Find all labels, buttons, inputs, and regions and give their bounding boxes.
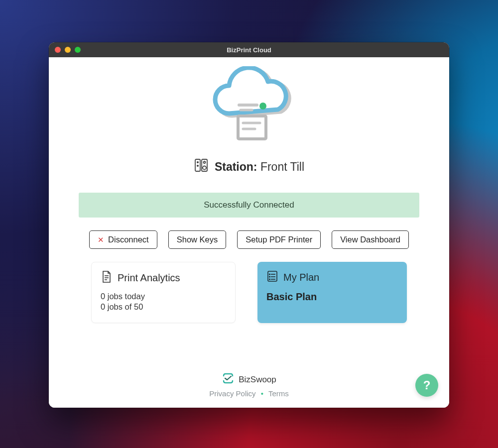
- plan-name: Basic Plan: [266, 291, 398, 303]
- disconnect-button[interactable]: ✕ Disconnect: [89, 230, 157, 249]
- station-name: Front Till: [260, 160, 304, 173]
- bizswoop-logo-icon: [222, 373, 235, 386]
- window-title: BizPrint Cloud: [49, 46, 449, 54]
- station-row: Station: Front Till: [194, 158, 304, 176]
- titlebar: BizPrint Cloud: [49, 42, 449, 57]
- station-label: Station:: [215, 160, 257, 173]
- close-icon: ✕: [98, 235, 104, 244]
- app-window: BizPrint Cloud: [49, 42, 449, 408]
- brand-name: BizSwoop: [239, 375, 276, 385]
- analytics-title: Print Analytics: [118, 272, 180, 284]
- window-controls: [55, 47, 81, 53]
- cloud-printer-icon: [199, 66, 299, 153]
- question-icon: ?: [423, 378, 431, 392]
- privacy-policy-link[interactable]: Privacy Policy: [209, 389, 255, 398]
- brand-row: BizSwoop: [222, 373, 276, 386]
- svg-point-9: [203, 161, 205, 163]
- station-icon: [194, 158, 209, 176]
- footer: BizSwoop Privacy Policy • Terms: [209, 358, 289, 398]
- help-button[interactable]: ?: [415, 374, 438, 397]
- terms-link[interactable]: Terms: [268, 389, 289, 398]
- setup-pdf-printer-button[interactable]: Setup PDF Printer: [237, 230, 321, 249]
- fullscreen-window-button[interactable]: [75, 47, 81, 53]
- my-plan-card[interactable]: My Plan Basic Plan: [257, 262, 407, 323]
- disconnect-button-label: Disconnect: [108, 235, 149, 244]
- svg-point-21: [269, 279, 270, 280]
- minimize-window-button[interactable]: [65, 47, 71, 53]
- cards-row: Print Analytics 0 jobs today 0 jobs of 5…: [79, 262, 419, 323]
- document-icon: [101, 270, 113, 286]
- svg-point-5: [259, 103, 266, 110]
- checklist-icon: [266, 270, 278, 285]
- svg-point-19: [269, 274, 270, 275]
- show-keys-button-label: Show Keys: [177, 235, 218, 244]
- view-dashboard-button-label: View Dashboard: [340, 235, 400, 244]
- action-button-row: ✕ Disconnect Show Keys Setup PDF Printer…: [79, 230, 419, 249]
- content-area: Station: Front Till Successfully Connect…: [49, 57, 449, 408]
- svg-point-10: [197, 162, 198, 163]
- footer-separator: •: [261, 389, 263, 398]
- view-dashboard-button[interactable]: View Dashboard: [332, 230, 409, 249]
- svg-point-20: [269, 276, 270, 277]
- connection-status-banner: Successfully Connected: [79, 193, 419, 218]
- footer-links: Privacy Policy • Terms: [209, 389, 289, 398]
- svg-point-8: [203, 166, 206, 170]
- close-window-button[interactable]: [55, 47, 61, 53]
- svg-point-11: [197, 165, 198, 166]
- analytics-jobs-today: 0 jobs today: [101, 292, 226, 301]
- setup-pdf-printer-button-label: Setup PDF Printer: [246, 235, 312, 244]
- plan-title: My Plan: [283, 272, 319, 283]
- analytics-jobs-of-limit: 0 jobs of 50: [101, 302, 226, 312]
- svg-rect-0: [238, 116, 266, 139]
- show-keys-button[interactable]: Show Keys: [168, 230, 227, 249]
- print-analytics-card[interactable]: Print Analytics 0 jobs today 0 jobs of 5…: [91, 262, 236, 323]
